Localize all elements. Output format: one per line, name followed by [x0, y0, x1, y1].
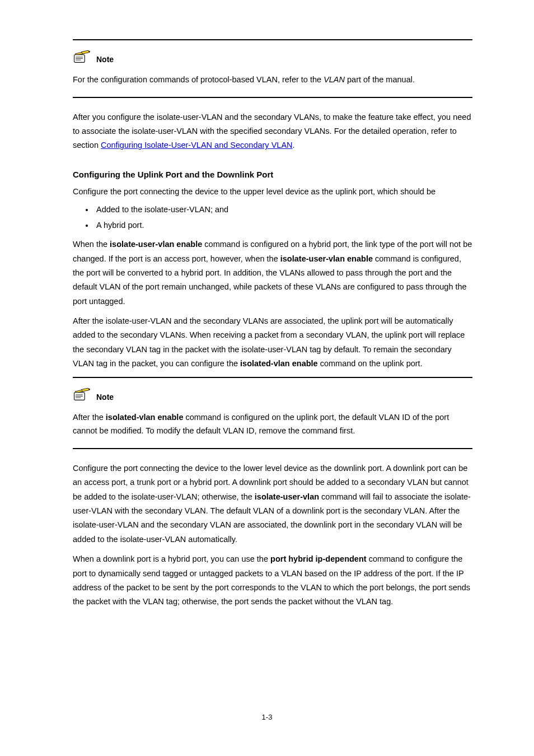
note-1-text-italic: VLAN — [324, 75, 345, 84]
note-1-text-prefix: For the configuration commands of protoc… — [73, 75, 324, 84]
command-keyword: isolate-user-vlan enable — [110, 240, 202, 249]
list-item: Added to the isolate-user-VLAN; and — [94, 202, 472, 218]
command-keyword: isolated-vlan enable — [240, 359, 318, 368]
downlink-p2-seg1: When a downlink port is a hybrid port, y… — [73, 554, 270, 563]
note-block-2: Note After the isolated-vlan enable comm… — [73, 377, 472, 449]
list-item: A hybrid port. — [94, 218, 472, 234]
uplink-p2: When the isolate-user-vlan enable comman… — [73, 237, 472, 309]
uplink-requirements-list: Added to the isolate-user-VLAN; and A hy… — [73, 202, 472, 233]
command-keyword: isolate-user-vlan — [255, 492, 319, 501]
uplink-p2-seg1: When the — [73, 240, 110, 249]
command-keyword: isolated-vlan enable — [106, 413, 184, 422]
command-keyword: port hybrid ip-dependent — [270, 554, 367, 563]
note-2-label: Note — [96, 393, 114, 403]
downlink-p1: Configure the port connecting the device… — [73, 461, 472, 547]
note-icon — [73, 49, 92, 65]
note-block-1: Note For the configuration commands of p… — [73, 39, 472, 98]
command-keyword: isolate-user-vlan enable — [280, 254, 373, 263]
note-2-rule-top — [73, 377, 472, 378]
note-1-text-suffix: part of the manual. — [345, 75, 415, 84]
note-1-body: For the configuration commands of protoc… — [73, 73, 472, 87]
uplink-p3: After the isolate-user-VLAN and the seco… — [73, 314, 472, 371]
note-2-header: Note — [73, 387, 472, 403]
intro-link[interactable]: Configuring Isolate-User-VLAN and Second… — [101, 141, 293, 150]
note-1-rule-top — [73, 39, 472, 40]
intro-text-suffix: . — [293, 141, 295, 150]
note-icon — [73, 387, 92, 403]
downlink-p2: When a downlink port is a hybrid port, y… — [73, 552, 472, 609]
note-2-body: After the isolated-vlan enable command i… — [73, 410, 472, 438]
note-1-header: Note — [73, 49, 472, 65]
note-2-seg1: After the — [73, 413, 106, 422]
uplink-p3-seg2: command on the uplink port. — [318, 359, 423, 368]
uplink-p1: Configure the port connecting the device… — [73, 185, 472, 199]
section-heading: Configuring the Uplink Port and the Down… — [73, 170, 472, 179]
page-number: 1-3 — [0, 713, 534, 721]
note-1-label: Note — [96, 55, 114, 65]
intro-paragraph: After you configure the isolate-user-VLA… — [73, 110, 472, 153]
